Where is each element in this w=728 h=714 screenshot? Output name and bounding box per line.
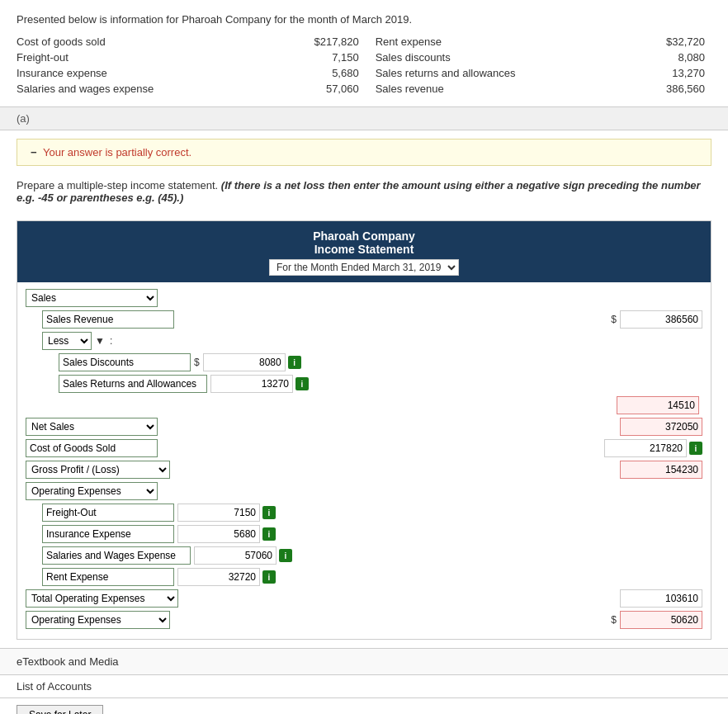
sales-discounts-dollar: $ (194, 357, 200, 368)
total-operating-row: Total Operating Expenses (26, 589, 702, 608)
sales-discounts-label-input[interactable] (59, 353, 191, 371)
sales-revenue-row: $ (42, 310, 702, 329)
less-select[interactable]: Less (42, 332, 92, 350)
instruction-prefix: Prepare a multiple-step income statement… (17, 179, 218, 192)
date-select[interactable]: For the Month Ended March 31, 2019 (269, 259, 459, 276)
less-row: Less ▼ : (42, 332, 702, 350)
statement-body: Sales $ Less ▼ : $ i i (17, 282, 711, 639)
given-label1: Freight-out (17, 50, 268, 65)
etextbook-row: eTextbook and Media (0, 648, 728, 674)
sales-revenue-value[interactable] (620, 310, 702, 329)
instruction: Prepare a multiple-step income statement… (0, 174, 728, 212)
given-data-row: Cost of goods sold $217,820 Rent expense… (17, 34, 711, 50)
net-sales-select[interactable]: Net Sales (26, 418, 158, 436)
given-val1: 5,680 (268, 65, 376, 81)
given-data-row: Insurance expense 5,680 Sales returns an… (17, 65, 711, 81)
given-label1: Salaries and wages expense (17, 81, 268, 97)
given-label1: Cost of goods sold (17, 34, 268, 50)
section-a-label: (a) (17, 112, 30, 125)
freight-out-value[interactable] (177, 504, 260, 522)
given-data-row: Salaries and wages expense 57,060 Sales … (17, 81, 711, 97)
given-label2: Sales discounts (376, 50, 632, 65)
sales-select[interactable]: Sales (26, 289, 158, 307)
given-data-table: Cost of goods sold $217,820 Rent expense… (17, 34, 711, 97)
given-val2: $32,720 (632, 34, 711, 50)
given-val1: 7,150 (268, 50, 376, 65)
freight-out-label-input[interactable] (42, 504, 174, 522)
insurance-value[interactable] (177, 525, 260, 543)
save-button[interactable]: Save for Later (17, 705, 103, 714)
net-sales-value[interactable] (620, 418, 702, 436)
cogs-info-icon[interactable]: i (689, 442, 702, 455)
sales-discounts-row: $ i (59, 353, 702, 371)
operating-income-select[interactable]: Operating Expenses (26, 611, 170, 629)
given-label2: Rent expense (376, 34, 632, 50)
cogs-row: i (26, 439, 702, 457)
given-label2: Sales returns and allowances (376, 65, 632, 81)
insurance-row: i (42, 525, 702, 543)
statement-type: Income Statement (17, 243, 711, 256)
sales-revenue-label-input[interactable] (42, 310, 174, 329)
subtotal-row (26, 396, 702, 414)
intro-text: Presented below is information for Pharo… (17, 13, 711, 26)
freight-out-row: i (42, 504, 702, 522)
salaries-label-input[interactable] (42, 546, 191, 565)
rent-info-icon[interactable]: i (262, 570, 276, 584)
rent-value[interactable] (177, 568, 260, 586)
total-operating-value[interactable] (620, 589, 702, 608)
colon: ▼ (95, 335, 105, 347)
rent-label-input[interactable] (42, 568, 174, 586)
sales-returns-label-input[interactable] (59, 375, 207, 393)
answer-banner: − Your answer is partially correct. (17, 139, 711, 166)
insurance-info-icon[interactable]: i (262, 527, 276, 541)
gross-profit-select[interactable]: Gross Profit / (Loss) (26, 461, 170, 479)
operating-income-row: Operating Expenses $ (26, 611, 702, 629)
operating-expenses-header-row: Operating Expenses (26, 482, 702, 500)
given-label1: Insurance expense (17, 65, 268, 81)
sales-returns-row: i (59, 375, 702, 393)
operating-expenses-select[interactable]: Operating Expenses (26, 482, 158, 500)
save-btn-row: Save for Later (0, 697, 728, 714)
operating-income-dollar-sign: $ (611, 614, 617, 626)
gross-profit-row: Gross Profit / (Loss) (26, 461, 702, 479)
company-name: Pharoah Company (17, 229, 711, 243)
salaries-row: i (42, 546, 702, 565)
sales-returns-info-icon[interactable]: i (295, 377, 309, 390)
list-accounts-text: List of Accounts (17, 680, 92, 693)
sales-revenue-dollar: $ (611, 314, 617, 325)
given-val2: 13,270 (632, 65, 711, 81)
given-data-row: Freight-out 7,150 Sales discounts 8,080 (17, 50, 711, 65)
given-val2: 8,080 (632, 50, 711, 65)
sales-discounts-info-icon[interactable]: i (288, 356, 301, 369)
operating-income-value[interactable] (620, 611, 702, 629)
total-operating-select[interactable]: Total Operating Expenses (26, 589, 178, 608)
top-section: Presented below is information for Pharo… (0, 0, 728, 107)
subtotal-value[interactable] (617, 396, 699, 414)
net-sales-row: Net Sales (26, 418, 702, 436)
sales-row: Sales (26, 289, 702, 307)
rent-row: i (42, 568, 702, 586)
statement-header: Pharoah Company Income Statement For the… (17, 221, 711, 282)
given-val1: $217,820 (268, 34, 376, 50)
sales-returns-value[interactable] (210, 375, 293, 393)
salaries-value[interactable] (194, 546, 277, 565)
colon-char: : (110, 335, 112, 347)
freight-out-info-icon[interactable]: i (262, 506, 276, 519)
section-a: (a) (0, 107, 728, 130)
given-val1: 57,060 (268, 81, 376, 97)
insurance-label-input[interactable] (42, 525, 174, 543)
given-label2: Sales revenue (376, 81, 632, 97)
cogs-value[interactable] (604, 439, 687, 457)
etextbook-text: eTextbook and Media (17, 655, 119, 668)
given-val2: 386,560 (632, 81, 711, 97)
gross-profit-value[interactable] (620, 461, 702, 479)
cogs-label-input[interactable] (26, 439, 158, 457)
sales-discounts-value[interactable] (203, 353, 286, 371)
list-accounts-row: List of Accounts (0, 674, 728, 697)
minus-sign: − (31, 146, 37, 158)
answer-banner-text: Your answer is partially correct. (43, 146, 191, 158)
salaries-info-icon[interactable]: i (279, 549, 292, 562)
statement-container: Pharoah Company Income Statement For the… (17, 220, 711, 640)
